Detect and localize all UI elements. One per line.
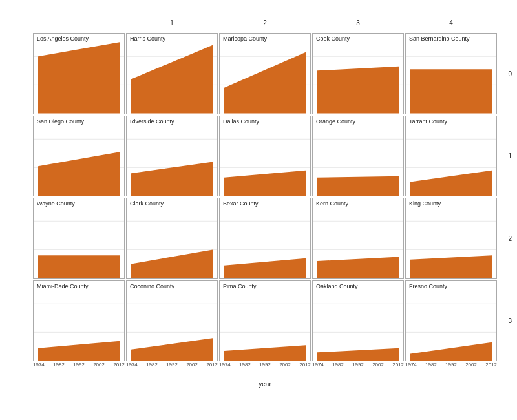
svg-marker-20 <box>38 152 120 196</box>
svg-marker-29 <box>224 170 306 196</box>
row-label-2: 2 <box>508 235 512 242</box>
svg-marker-68 <box>317 348 399 361</box>
cell-title-1-3: Orange County <box>316 118 355 125</box>
x-tick-0-1992: 1992 <box>73 362 85 368</box>
cell-2-0: Wayne County0.0100200 <box>33 198 125 279</box>
x-tick-3-1992: 1992 <box>352 362 364 368</box>
grid-wrapper: 1234 Los Angeles County0.0100200Harris C… <box>32 19 498 388</box>
cell-0-4: San Bernardino County <box>405 33 497 114</box>
svg-marker-17 <box>410 69 492 113</box>
x-tick-2-1974: 1974 <box>219 362 231 368</box>
svg-marker-44 <box>131 249 213 278</box>
x-tick-4-1992: 1992 <box>445 362 457 368</box>
x-tick-labels-0: 19741982199220022012 <box>33 362 125 368</box>
svg-marker-71 <box>410 342 492 361</box>
x-tick-4-2012: 2012 <box>485 362 497 368</box>
cell-3-4: Fresno County <box>405 280 497 362</box>
cell-1-0: San Diego County0.0100200 <box>33 116 125 197</box>
x-tick-0-1982: 1982 <box>53 362 65 368</box>
cell-title-1-2: Dallas County <box>223 118 259 125</box>
cell-title-0-0: Los Angeles County <box>37 36 89 42</box>
cell-3-2: Pima County <box>219 280 311 362</box>
svg-marker-35 <box>410 170 492 196</box>
grid-row-1: San Diego County0.0100200Riverside Count… <box>32 115 498 198</box>
x-tick-0-1974: 1974 <box>33 362 45 368</box>
x-tick-1-1982: 1982 <box>146 362 158 368</box>
cell-0-1: Harris County <box>126 33 218 114</box>
x-tick-1-2012: 2012 <box>206 362 218 368</box>
x-tick-labels-3: 19741982199220022012 <box>312 362 404 368</box>
cell-0-2: Maricopa County <box>219 33 311 114</box>
x-tick-2-2012: 2012 <box>299 362 311 368</box>
x-axis-title: year <box>32 381 498 388</box>
svg-marker-56 <box>38 341 120 361</box>
svg-marker-14 <box>317 67 399 114</box>
cell-title-2-4: King County <box>409 200 441 207</box>
cell-title-3-0: Miami-Dade County <box>37 283 89 289</box>
col-label-4: 4 <box>405 19 497 31</box>
row-label-0: 0 <box>508 70 512 77</box>
cell-title-1-0: San Diego County <box>37 118 84 125</box>
cell-3-3: Oakland County <box>312 280 404 362</box>
cell-0-3: Cook County <box>312 33 404 114</box>
cell-title-3-2: Pima County <box>223 283 257 289</box>
x-tick-1-1992: 1992 <box>166 362 178 368</box>
x-tick-2-1992: 1992 <box>259 362 271 368</box>
svg-marker-65 <box>224 345 306 361</box>
x-tick-2-1982: 1982 <box>239 362 251 368</box>
x-tick-3-2012: 2012 <box>392 362 404 368</box>
x-tick-1-2002: 2002 <box>186 362 198 368</box>
svg-marker-8 <box>131 45 213 114</box>
svg-marker-2 <box>38 42 120 113</box>
x-tick-4-2002: 2002 <box>465 362 477 368</box>
cell-title-1-4: Tarrant County <box>409 118 447 125</box>
col-label-0 <box>33 19 125 31</box>
cell-2-4: King County <box>405 198 497 279</box>
cell-3-0: Miami-Dade County0.0100200 <box>33 280 125 362</box>
col-label-1: 1 <box>126 19 218 31</box>
svg-marker-47 <box>224 258 306 278</box>
cell-title-0-2: Maricopa County <box>223 36 267 42</box>
x-tick-3-2002: 2002 <box>372 362 384 368</box>
cell-title-0-4: San Bernardino County <box>409 36 470 42</box>
cell-1-2: Dallas County <box>219 116 311 197</box>
row-label-1: 1 <box>508 152 512 160</box>
grid-row-3: Miami-Dade County0.0100200Coconino Count… <box>32 280 498 362</box>
svg-marker-32 <box>317 176 399 196</box>
x-tick-labels-2: 19741982199220022012 <box>219 362 311 368</box>
cell-1-4: Tarrant County <box>405 116 497 197</box>
cell-title-3-4: Fresno County <box>409 283 447 289</box>
cell-title-0-3: Cook County <box>316 36 350 42</box>
x-tick-4-1974: 1974 <box>405 362 417 368</box>
x-tick-3-1974: 1974 <box>312 362 324 368</box>
cell-title-2-1: Clark County <box>130 200 164 207</box>
cell-1-1: Riverside County <box>126 116 218 197</box>
x-tick-labels-4: 19741982199220022012 <box>405 362 497 368</box>
col-label-row: 1234 <box>32 19 498 31</box>
x-tick-1-1974: 1974 <box>126 362 138 368</box>
cell-2-2: Bexar County <box>219 198 311 279</box>
x-tick-4-1982: 1982 <box>425 362 437 368</box>
chart-container: 1234 Los Angeles County0.0100200Harris C… <box>0 0 517 420</box>
cell-title-3-1: Coconino County <box>130 283 174 289</box>
col-label-2: 2 <box>219 19 311 31</box>
svg-marker-26 <box>131 162 213 196</box>
cell-title-1-1: Riverside County <box>130 118 174 125</box>
cell-title-0-1: Harris County <box>130 36 165 42</box>
cell-title-2-2: Bexar County <box>223 200 258 207</box>
cell-1-3: Orange County <box>312 116 404 197</box>
cell-2-1: Clark County <box>126 198 218 279</box>
col-label-3: 3 <box>312 19 404 31</box>
x-tick-labels-1: 19741982199220022012 <box>126 362 218 368</box>
svg-marker-62 <box>131 338 213 361</box>
svg-marker-11 <box>224 52 306 114</box>
cell-3-1: Coconino County <box>126 280 218 362</box>
x-tick-0-2002: 2002 <box>93 362 105 368</box>
cell-2-3: Kern County <box>312 198 404 279</box>
x-tick-0-2012: 2012 <box>113 362 125 368</box>
row-label-3: 3 <box>508 317 512 324</box>
svg-marker-50 <box>317 257 399 278</box>
svg-marker-53 <box>410 255 492 278</box>
x-tick-3-1982: 1982 <box>332 362 344 368</box>
grid-row-0: Los Angeles County0.0100200Harris County… <box>32 32 498 115</box>
